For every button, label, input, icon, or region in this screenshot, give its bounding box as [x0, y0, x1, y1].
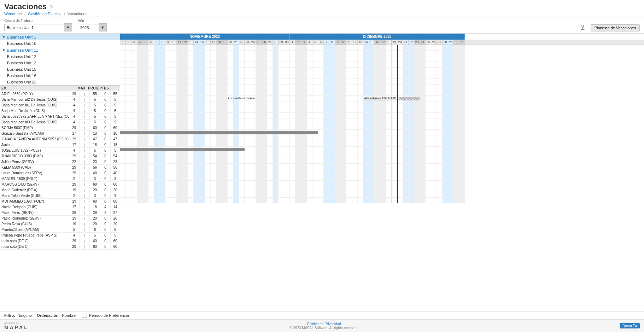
gantt-bar-label: Absentismo 13/12-22/12: [363, 97, 399, 100]
gantt-row: [120, 113, 465, 118]
pref-label: Periodo de Preferencia: [89, 313, 129, 318]
gantt-day-cell: 20: [397, 40, 403, 45]
gantt-row: [120, 79, 465, 85]
page-footer: powered by MAPAL Política de Privacidad …: [0, 319, 644, 332]
tree-item-bu11[interactable]: ➤ Business Unit 11: [0, 47, 120, 53]
tree-item-bu13[interactable]: Business Unit 13: [0, 60, 120, 66]
gantt-row: [120, 56, 465, 62]
gantt-row: [120, 152, 465, 158]
gantt-day-cell: 25: [256, 40, 262, 45]
tree-item-bu10[interactable]: Business Unit 10: [0, 40, 120, 47]
gantt-row: [120, 68, 465, 73]
gantt-row: [120, 107, 465, 113]
list-item[interactable]: Laura Dominguez (SERV) 29 | 40 0 40: [0, 170, 120, 176]
gantt-day-cell: 11: [346, 40, 352, 45]
list-item[interactable]: Jacinto 17 | 18 0 18: [0, 142, 120, 148]
list-item[interactable]: Barja Mari.con id2 De Jesús (CUIS) 4 | 5…: [0, 97, 120, 103]
gantt-day-cell: 4: [137, 40, 143, 45]
list-item[interactable]: Barja 50228972 ZAFRILLA MARTINEZ (CUIS) …: [0, 114, 120, 120]
gantt-row: [120, 169, 465, 175]
gantt-row: [120, 141, 465, 147]
year-group: Año 2023 ▼: [78, 19, 107, 31]
gantt-day-cell: 14: [194, 40, 199, 45]
list-item[interactable]: Prueba Pepe Prueba Pepe (ASP S) 4 | 5 0 …: [0, 233, 120, 238]
year-dropdown-btn[interactable]: ▼: [99, 23, 107, 31]
list-item[interactable]: Barja Mari De Jesús (CUIS) 4 | 5 0 5: [0, 108, 120, 114]
list-item[interactable]: JOSE LUIS 1392 (POLY) 4 | 5 0 5: [0, 148, 120, 153]
filter-bar: Filtro: Ninguno Ordenación: Nombre Perio…: [0, 311, 644, 319]
list-item[interactable]: ARIEL 2659 (POLY) 29 | 55 0 55: [0, 91, 120, 97]
gantt-day-cell: 28: [443, 40, 448, 45]
list-item[interactable]: Pedro Rosa (CUIS) 19 | 20 0 20: [0, 221, 120, 227]
privacy-link[interactable]: Política de Privacidad: [307, 322, 341, 326]
tree-item-bu15[interactable]: Business Unit 15: [0, 66, 120, 72]
year-label: Año: [78, 19, 107, 23]
gantt-day-cell: 31: [459, 40, 465, 45]
page-header: Vacaciones ✎ Workforce / Gestión de Plan…: [0, 0, 644, 17]
gantt-day-cell: 20: [228, 40, 233, 45]
gantt-day-cell: 7: [154, 40, 160, 45]
filter-icon[interactable]: ⊻: [580, 24, 585, 31]
list-item[interactable]: Prueba23 test (AYCAM) 5 | 6 0 6: [0, 227, 120, 233]
list-item[interactable]: María Gutierrez (DE A) 19 | 20 0 20: [0, 187, 120, 193]
gantt-row: [120, 118, 465, 124]
list-item[interactable]: KELIA 5589 (CAD) 29 | 56 0 56: [0, 165, 120, 170]
list-item[interactable]: Barja Mari.con id3 De Jesús (CUIS) 4 | 5…: [0, 120, 120, 125]
gantt-day-cell: 15: [369, 40, 375, 45]
list-item[interactable]: Pablo Perez (SERV) 28 | 29 2 27: [0, 210, 120, 216]
gantt-day-cell: 15: [199, 40, 205, 45]
breadcrumb-workforce[interactable]: Workforce: [4, 12, 22, 16]
gantt-row: [120, 101, 465, 107]
list-item[interactable]: Julián Pérez (SERV) 22 | 23 0 23: [0, 159, 120, 165]
gantt-row: [120, 130, 465, 135]
list-item[interactable]: MANUEL 1539 (POLY) 2 | 3 0 3: [0, 176, 120, 182]
year-select[interactable]: 2023: [78, 24, 99, 31]
gantt-day-cell: 24: [420, 40, 426, 45]
work-center-label: Centro de Trabajo: [4, 19, 72, 23]
breadcrumb: Workforce / Gestión de Plantilla / Vacac…: [4, 12, 640, 16]
work-center-group: Centro de Trabajo Business Unit 1 ▼: [4, 19, 72, 31]
list-item[interactable]: MARCOS 1433 (SERV) 29 | 60 0 60: [0, 182, 120, 187]
list-item[interactable]: Noelia Delgado (CUIS) 17 | 18 4 14: [0, 204, 120, 210]
tree-item-bu1[interactable]: ➤ Business Unit 1: [0, 34, 120, 40]
list-item[interactable]: IGNACIA JAVIERA ANTONIA 5652 (POLY) 29 |…: [0, 136, 120, 142]
tree-item-bu22[interactable]: Business Unit 22: [0, 79, 120, 85]
pref-checkbox[interactable]: [82, 313, 87, 318]
tree-item-bu12[interactable]: Business Unit 12: [0, 53, 120, 60]
page-wrapper: Vacaciones ✎ Workforce / Gestión de Plan…: [0, 0, 644, 332]
list-item[interactable]: Barja Mari.con id1 De Jesús (CUIS) 4 | 5…: [0, 103, 120, 108]
gantt-bar: [120, 131, 318, 134]
work-center-select[interactable]: Business Unit 1: [4, 24, 64, 31]
main-area: ➤ Business Unit 1 Business Unit 10 ➤ Bus…: [0, 34, 644, 311]
work-center-dropdown-btn[interactable]: ▼: [64, 23, 72, 31]
edit-icon[interactable]: ✎: [49, 4, 54, 10]
emp-list-body: ARIEL 2659 (POLY) 29 | 55 0 55 Barja Mar…: [0, 91, 120, 311]
gantt-day-cell: 14: [363, 40, 369, 45]
gantt-row: [120, 175, 465, 181]
list-item[interactable]: Gonzalo Baptista (AYCAM) 17 | 18 0 18: [0, 131, 120, 136]
gantt-row: [120, 186, 465, 192]
list-item[interactable]: rocio soto (DE C) 29 | 60 0 60: [0, 244, 120, 250]
tree-item-bu16[interactable]: Business Unit 16: [0, 72, 120, 79]
gantt-row: [120, 73, 465, 79]
list-item[interactable]: MOHAMMED 1390 (POLY) 29 | 60 0 60: [0, 199, 120, 204]
gantt-day-cell: 18: [386, 40, 392, 45]
gantt-day-cell: 29: [448, 40, 454, 45]
gantt-day-cell: 22: [409, 40, 414, 45]
gantt-day-cell: 6: [148, 40, 154, 45]
planning-btn[interactable]: Planning de Vacaciones: [591, 24, 640, 31]
list-item[interactable]: JUAN DIEGO 3383 (EMP) 29 | 54 0 54: [0, 153, 120, 159]
list-item[interactable]: BORJA 5607 (EMP) 29 | 60 0 60: [0, 125, 120, 131]
list-item[interactable]: rocio soto (DE C) 29 | 60 0 60: [0, 238, 120, 244]
gantt-day-cell: 29: [279, 40, 284, 45]
breadcrumb-gestion[interactable]: Gestión de Plantilla: [28, 12, 62, 16]
list-item[interactable]: Pablo Rodríguez (SERV) 19 | 20 0 20: [0, 216, 120, 221]
gantt-day-cell: 19: [392, 40, 397, 45]
gantt-day-cell: 23: [414, 40, 420, 45]
emp-list-header: EV. MAX PROG PTES: [0, 86, 120, 91]
gantt-day-cell: 13: [188, 40, 194, 45]
gantt-day-cell: 5: [312, 40, 318, 45]
gantt-day-cell: 10: [171, 40, 177, 45]
list-item[interactable]: Mario Telón Verde (CUIS) 2 | 3 0 3: [0, 193, 120, 199]
mapal-logo: MAPAL: [4, 325, 29, 330]
